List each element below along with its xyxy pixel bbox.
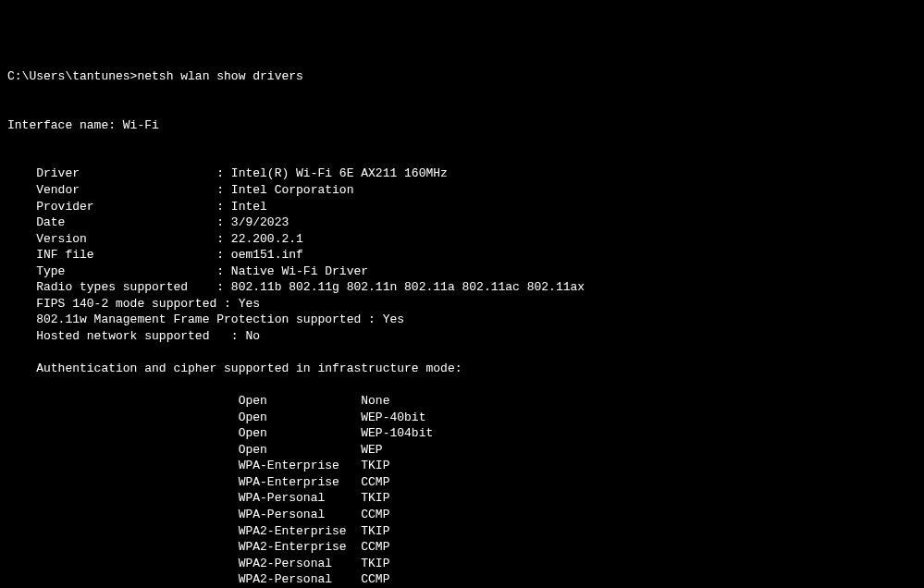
auth-cipher-row: Open None [7,393,917,410]
driver-info-row: Provider : Intel [7,199,917,215]
auth-cipher-block: Open None Open WEP-40bit Open WEP-104bit… [7,393,917,588]
auth-cipher-row: WPA-Enterprise CCMP [7,474,917,491]
driver-info-row: FIPS 140-2 mode supported : Yes [7,296,917,312]
driver-info-row: Type : Native Wi-Fi Driver [7,263,917,280]
auth-cipher-row: WPA-Enterprise TKIP [7,458,917,474]
driver-info-row: Driver : Intel(R) Wi-Fi 6E AX211 160MHz [7,165,917,182]
driver-info-block: Driver : Intel(R) Wi-Fi 6E AX211 160MHz … [7,165,917,344]
command-prompt-line: C:\Users\tantunes>netsh wlan show driver… [7,68,917,85]
driver-info-row: Hosted network supported : No [7,328,917,345]
auth-cipher-row: Open WEP-104bit [7,425,917,442]
driver-info-row: Vendor : Intel Corporation [7,182,917,199]
driver-info-row: Version : 22.200.2.1 [7,231,917,248]
auth-cipher-row: WPA-Personal CCMP [7,507,917,523]
driver-info-row: INF file : oem151.inf [7,247,917,263]
auth-cipher-row: WPA2-Personal CCMP [7,571,917,588]
auth-cipher-row: WPA2-Enterprise TKIP [7,523,917,540]
driver-info-row: Date : 3/9/2023 [7,214,917,231]
auth-header-line: Authentication and cipher supported in i… [7,361,917,377]
auth-cipher-row: WPA2-Enterprise CCMP [7,539,917,556]
auth-cipher-row: WPA2-Personal TKIP [7,556,917,572]
driver-info-row: Radio types supported : 802.11b 802.11g … [7,279,917,296]
auth-cipher-row: Open WEP [7,442,917,459]
driver-info-row: 802.11w Management Frame Protection supp… [7,312,917,328]
interface-name-line: Interface name: Wi-Fi [7,117,917,134]
auth-cipher-row: Open WEP-40bit [7,410,917,426]
auth-cipher-row: WPA-Personal TKIP [7,490,917,507]
